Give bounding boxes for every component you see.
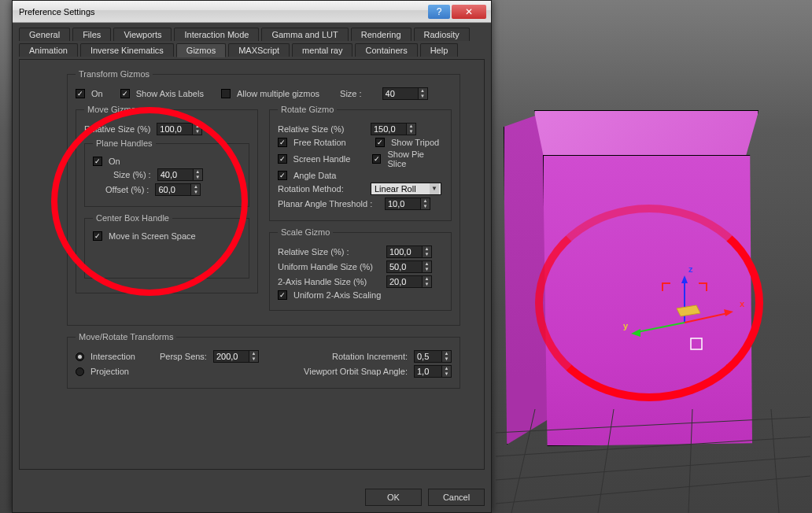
tg-show-axis-label: Show Axis Labels — [136, 89, 204, 98]
window-title: Preference Settings — [19, 7, 95, 17]
rg-planar-spinner[interactable]: ▲▼ — [385, 197, 430, 210]
rg-planar-input[interactable] — [385, 197, 421, 210]
rg-freerot-checkbox[interactable] — [278, 138, 287, 147]
mr-orbit-label: Viewport Orbit Snap Angle: — [304, 367, 408, 376]
rg-relsize-label: Relative Size (%) — [278, 124, 364, 134]
ph-size-spinner[interactable]: ▲▼ — [157, 168, 203, 181]
ph-offset-label: Offset (%) : — [105, 185, 149, 194]
dialog-footer: OK Cancel — [13, 482, 491, 512]
rg-screen-label: Screen Handle — [293, 154, 366, 164]
mr-persp-spinner[interactable]: ▲▼ — [213, 350, 259, 363]
mr-intersection-radio[interactable] — [76, 352, 84, 361]
tab-gamma-lut[interactable]: Gamma and LUT — [261, 28, 348, 41]
sg-relsize-spinner[interactable]: ▲▼ — [386, 245, 432, 258]
sg-2axis-input[interactable] — [386, 275, 423, 288]
move-gizmo-group: Move Gizmo Relative Size (%) ▲▼ Plane Ha… — [76, 105, 258, 293]
tg-size-spinner[interactable]: ▲▼ — [382, 87, 428, 100]
svg-line-7 — [771, 409, 779, 513]
axis-z-label: z — [688, 264, 693, 274]
tg-allow-multiple-checkbox[interactable] — [221, 89, 231, 98]
ph-offset-input[interactable] — [155, 183, 191, 196]
rg-relsize-spinner[interactable]: ▲▼ — [371, 123, 416, 135]
mr-persp-label: Persp Sens: — [160, 352, 207, 361]
tg-allow-multiple-label: Allow multiple gizmos — [237, 89, 319, 98]
mr-intersection-label: Intersection — [90, 352, 153, 361]
sg-uniformscale-checkbox[interactable] — [278, 290, 287, 300]
cb-move-label: Move in Screen Space — [109, 231, 196, 241]
rg-freerot-label: Free Rotation — [293, 138, 369, 147]
tab-viewports[interactable]: Viewports — [113, 28, 172, 41]
mr-orbit-input[interactable] — [414, 365, 442, 378]
rg-angledata-checkbox[interactable] — [278, 171, 287, 180]
cancel-button[interactable]: Cancel — [428, 489, 485, 506]
tg-size-input[interactable] — [382, 87, 419, 100]
rg-angledata-label: Angle Data — [293, 171, 336, 180]
tab-inverse-kinematics[interactable]: Inverse Kinematics — [80, 43, 174, 57]
mr-rotincr-spinner[interactable]: ▲▼ — [414, 350, 452, 363]
mg-relsize-label: Relative Size (%) — [84, 124, 150, 134]
mr-projection-radio[interactable] — [76, 367, 84, 376]
sg-relsize-input[interactable] — [386, 245, 423, 258]
tab-maxscript[interactable]: MAXScript — [228, 43, 290, 57]
rg-rotmethod-dropdown[interactable]: Linear Roll — [371, 183, 441, 195]
svg-line-5 — [598, 409, 614, 513]
ph-on-label: On — [109, 157, 120, 166]
tab-radiosity[interactable]: Radiosity — [414, 28, 470, 41]
help-button[interactable]: ? — [428, 5, 450, 19]
rg-relsize-input[interactable] — [371, 123, 407, 135]
close-button[interactable]: ✕ — [452, 5, 486, 19]
axis-x-label: x — [740, 299, 744, 308]
mr-orbit-spinner[interactable]: ▲▼ — [414, 365, 452, 378]
ph-size-input[interactable] — [157, 168, 194, 181]
ph-on-checkbox[interactable] — [93, 157, 102, 166]
tab-rendering[interactable]: Rendering — [351, 28, 412, 41]
ph-size-label: Size (%) : — [113, 170, 151, 179]
svg-line-2 — [496, 456, 810, 480]
sg-uniform-input[interactable] — [386, 260, 423, 273]
tab-containers[interactable]: Containers — [355, 43, 417, 57]
tab-files[interactable]: Files — [72, 28, 111, 41]
rg-pie-checkbox[interactable] — [372, 154, 382, 164]
tg-on-label: On — [91, 89, 103, 98]
center-box-group: Center Box Handle Move in Screen Space — [84, 213, 249, 279]
sg-uniform-label: Uniform Handle Size (%) — [278, 262, 380, 271]
tab-help[interactable]: Help — [420, 43, 459, 57]
tabs-row-1: General Files Viewports Interaction Mode… — [19, 28, 485, 41]
tab-gizmos[interactable]: Gizmos — [176, 43, 226, 57]
transform-gizmos-legend: Transform Gizmos — [76, 69, 153, 79]
mr-persp-input[interactable] — [213, 350, 249, 363]
titlebar[interactable]: Preference Settings ? ✕ — [13, 1, 491, 23]
sg-2axis-label: 2-Axis Handle Size (%) — [278, 277, 380, 286]
mr-projection-label: Projection — [90, 367, 153, 376]
svg-line-4 — [511, 409, 535, 513]
sg-relsize-label: Relative Size (%) : — [278, 247, 380, 256]
svg-line-1 — [496, 437, 810, 456]
move-rotate-transforms-group: Move/Rotate Transforms Intersection Pers… — [67, 332, 460, 389]
rotate-gizmo-legend: Rotate Gizmo — [278, 105, 337, 114]
axis-y-label: y — [623, 321, 628, 330]
tg-on-checkbox[interactable] — [76, 89, 85, 98]
sg-2axis-spinner[interactable]: ▲▼ — [386, 275, 432, 288]
tab-interaction-mode[interactable]: Interaction Mode — [174, 28, 259, 41]
rg-rotmethod-label: Rotation Method: — [278, 184, 364, 194]
cube-front-face — [543, 155, 763, 446]
ph-offset-spinner[interactable]: ▲▼ — [155, 183, 201, 196]
rg-tripod-checkbox[interactable] — [375, 138, 385, 147]
rg-screen-checkbox[interactable] — [278, 154, 287, 164]
svg-line-3 — [496, 476, 810, 504]
tg-show-axis-checkbox[interactable] — [120, 89, 130, 98]
mg-relsize-input[interactable] — [157, 123, 193, 135]
tab-general[interactable]: General — [19, 28, 70, 41]
mg-relsize-spinner[interactable]: ▲▼ — [157, 123, 202, 135]
sg-uniform-spinner[interactable]: ▲▼ — [386, 260, 432, 273]
scale-gizmo-legend: Scale Gizmo — [278, 227, 333, 237]
mr-rotincr-label: Rotation Increment: — [332, 352, 408, 361]
mr-rotincr-input[interactable] — [414, 350, 442, 363]
ok-button[interactable]: OK — [365, 489, 422, 506]
move-gizmo-legend: Move Gizmo — [84, 105, 139, 114]
cb-move-checkbox[interactable] — [93, 231, 102, 241]
transform-gizmos-group: Transform Gizmos On Show Axis Labels All… — [67, 69, 460, 326]
tab-mental-ray[interactable]: mental ray — [292, 43, 352, 57]
scale-gizmo-group: Scale Gizmo Relative Size (%) : ▲▼ Unifo… — [269, 227, 452, 311]
tab-animation[interactable]: Animation — [19, 43, 78, 57]
